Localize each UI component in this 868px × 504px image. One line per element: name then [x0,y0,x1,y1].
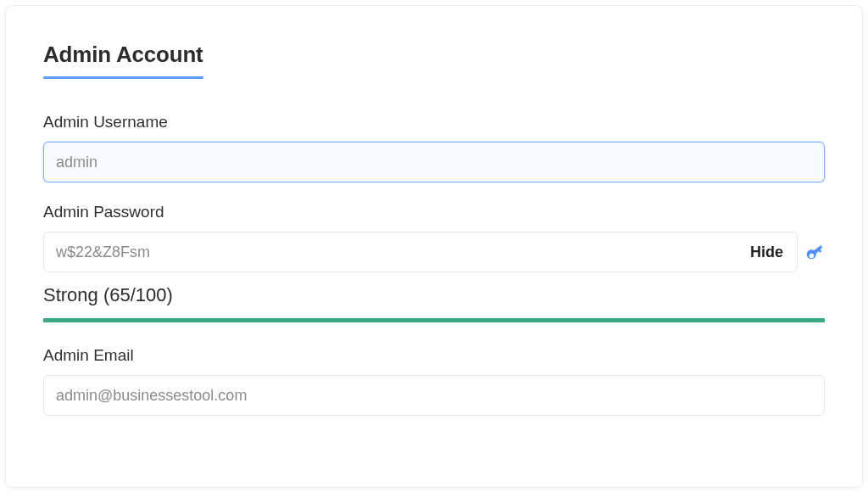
username-input-wrap [43,142,825,182]
panel-title: Admin Account [43,42,203,76]
email-label: Admin Email [43,346,825,365]
email-input[interactable] [44,376,824,415]
password-strength-label: Strong (65/100) [43,284,825,306]
password-strength-block: Strong (65/100) [43,284,825,322]
title-underline [43,76,203,79]
key-icon[interactable] [806,243,825,261]
field-email: Admin Email [43,346,825,416]
panel-title-wrap: Admin Account [43,42,203,79]
admin-account-panel: Admin Account Admin Username Admin Passw… [5,5,863,488]
email-input-wrap [43,375,825,416]
field-password: Admin Password Hide Strong (65/100) [43,203,825,322]
password-label: Admin Password [43,203,825,221]
username-label: Admin Username [43,113,825,132]
password-input-row: Hide [43,232,825,272]
username-input-row [43,142,825,182]
email-input-row [43,375,825,416]
password-strength-bar [43,318,825,322]
username-input[interactable] [44,143,824,182]
password-input-wrap: Hide [43,232,798,272]
password-hide-toggle[interactable]: Hide [737,244,797,261]
password-input[interactable] [44,232,737,272]
field-username: Admin Username [43,113,825,182]
